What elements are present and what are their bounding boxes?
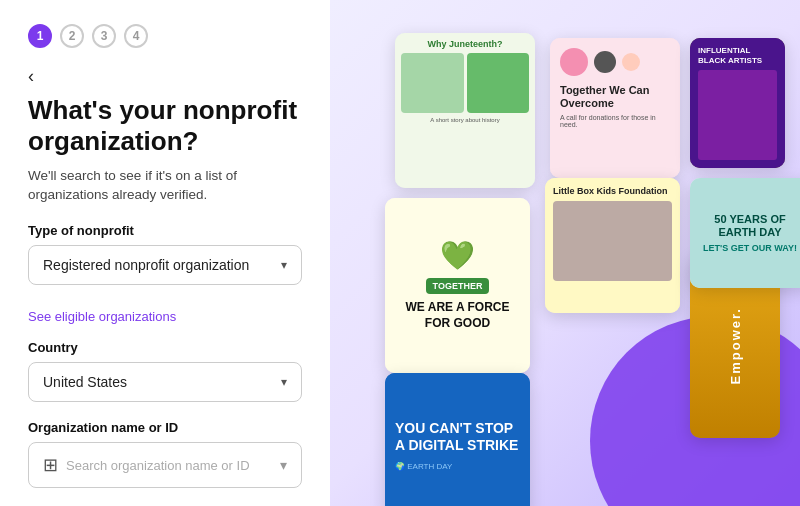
country-value: United States [43,374,127,390]
country-group: Country United States ▾ [28,340,302,406]
card-earth-day: 50 YEARS OF EARTH DAY LET'S GET OUR WAY! [690,178,800,288]
photo-1 [401,53,464,113]
type-nonprofit-group: Type of nonprofit Registered nonprofit o… [28,223,302,289]
org-search-placeholder: Search organization name or ID [66,458,250,473]
eligible-link[interactable]: See eligible organizations [28,309,302,324]
org-name-label: Organization name or ID [28,420,302,435]
card-together-sub: A call for donations for those in need. [560,114,670,128]
card-earth-title: 50 YEARS OF EARTH DAY [698,213,800,239]
step-2: 2 [60,24,84,48]
type-nonprofit-label: Type of nonprofit [28,223,302,238]
card-juneteenth-caption: A short story about history [430,117,499,123]
card-digital-strike: YOU CAN'T STOP A DIGITAL STRIKE 🌍 EARTH … [385,373,530,506]
card-force: 💚 TOGETHER WE ARE A FORCE FOR GOOD [385,198,530,373]
step-1: 1 [28,24,52,48]
card-together-title: Together We Can Overcome [560,84,670,110]
shape-pink [560,48,588,76]
type-nonprofit-select[interactable]: Registered nonprofit organization ▾ [28,245,302,285]
step-3: 3 [92,24,116,48]
chevron-down-icon-country: ▾ [281,375,287,389]
together-badge: TOGETHER [426,278,490,294]
card-kids-photo [553,201,672,281]
card-juneteenth-title: Why Juneteenth? [427,39,502,49]
page-subtitle: We'll search to see if it's on a list of… [28,167,302,205]
card-together-overcome: Together We Can Overcome A call for dona… [550,38,680,178]
card-artists-title: INFLUENTIAL BLACK ARTISTS [698,46,777,65]
photo-2 [467,53,530,113]
card-kids-foundation: Little Box Kids Foundation [545,178,680,313]
card-black-artists: INFLUENTIAL BLACK ARTISTS [690,38,785,168]
shape-peach [622,53,640,71]
card-strike-title: YOU CAN'T STOP A DIGITAL STRIKE [395,420,520,454]
page-title: What's your nonprofit organization? [28,95,302,157]
back-button[interactable]: ‹ [28,66,302,87]
org-search-box[interactable]: ⊞ Search organization name or ID ▾ [28,442,302,488]
country-select[interactable]: United States ▾ [28,362,302,402]
org-search-icon: ⊞ [43,454,58,476]
country-label: Country [28,340,302,355]
card-strike-logo: 🌍 EARTH DAY [395,462,520,471]
step-4: 4 [124,24,148,48]
heart-hand-icon: 💚 [440,239,475,272]
back-arrow-icon: ‹ [28,66,34,87]
shape-gray [594,51,616,73]
card-juneteenth: Why Juneteenth? A short story about hist… [395,33,535,188]
card-kids-title: Little Box Kids Foundation [553,186,672,196]
card-earth-sub: LET'S GET OUR WAY! [698,243,800,253]
empower-text: Empower. [728,307,743,384]
org-search-left: ⊞ Search organization name or ID [43,454,250,476]
chevron-down-icon: ▾ [281,258,287,272]
type-nonprofit-value: Registered nonprofit organization [43,257,249,273]
org-name-group: Organization name or ID ⊞ Search organiz… [28,420,302,488]
left-panel: 1 2 3 4 ‹ What's your nonprofit organiza… [0,0,330,506]
chevron-down-icon-org: ▾ [280,457,287,473]
card-artists-photo [698,70,777,160]
right-panel: Why Juneteenth? A short story about hist… [330,0,800,506]
steps-indicator: 1 2 3 4 [28,24,302,48]
force-text: WE ARE A FORCE FOR GOOD [397,300,518,331]
cards-container: Why Juneteenth? A short story about hist… [375,23,755,483]
